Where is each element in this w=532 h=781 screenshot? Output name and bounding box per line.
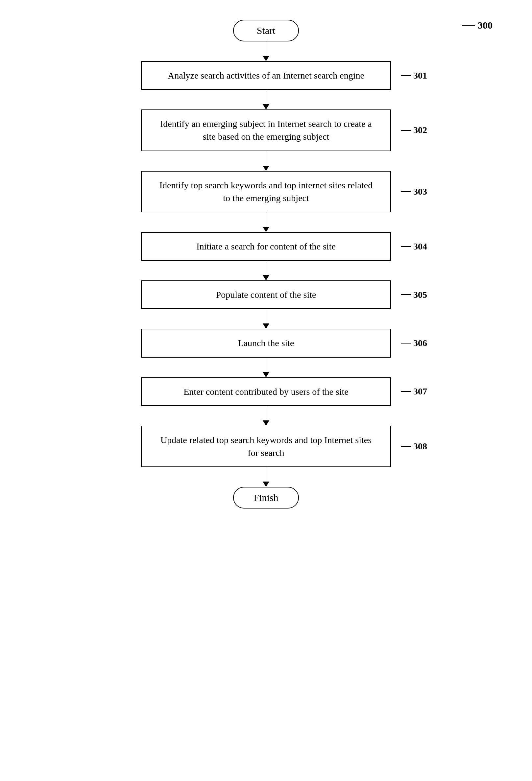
- arrow-line: [266, 261, 267, 275]
- step-row-305: Populate content of the site 305: [141, 280, 391, 309]
- step-row-303: Identify top search keywords and top int…: [141, 171, 391, 212]
- flowchart: Start Analyze search activities of an In…: [141, 20, 391, 508]
- arrow-2: [263, 151, 269, 171]
- arrowhead: [263, 420, 269, 426]
- arrowhead: [263, 227, 269, 232]
- step-box-304: Initiate a search for content of the sit…: [141, 232, 391, 261]
- step-label-306: 306: [401, 338, 427, 348]
- step-text-307: Enter content contributed by users of th…: [183, 386, 349, 397]
- arrow-line: [266, 406, 267, 420]
- start-oval: Start: [233, 20, 299, 41]
- step-box-307: Enter content contributed by users of th…: [141, 377, 391, 406]
- arrow-line: [266, 309, 267, 323]
- step-box-306: Launch the site: [141, 329, 391, 357]
- arrowhead: [263, 166, 269, 171]
- step-row-301: Analyze search activities of an Internet…: [141, 61, 391, 90]
- step-text-303: Identify top search keywords and top int…: [160, 180, 372, 203]
- arrowhead: [263, 372, 269, 377]
- arrow-7: [263, 406, 269, 426]
- arrow-5: [263, 309, 269, 329]
- step-text-304: Initiate a search for content of the sit…: [196, 241, 336, 251]
- step-box-305: Populate content of the site: [141, 280, 391, 309]
- arrowhead: [263, 104, 269, 110]
- step-row-306: Launch the site 306: [141, 329, 391, 357]
- step-label-301: 301: [401, 70, 427, 81]
- arrowhead: [263, 323, 269, 329]
- step-label-304: 304: [401, 241, 427, 252]
- arrow-8: [263, 467, 269, 487]
- step-row-304: Initiate a search for content of the sit…: [141, 232, 391, 261]
- step-label-302: 302: [401, 125, 427, 135]
- finish-oval: Finish: [233, 487, 299, 508]
- step-label-305: 305: [401, 290, 427, 300]
- arrow-line: [266, 358, 267, 372]
- start-row: Start: [141, 20, 391, 41]
- arrow-line: [266, 212, 267, 227]
- diagram-container: 300 Start Analyze search activities of a…: [0, 0, 532, 781]
- step-text-302: Identify an emerging subject in Internet…: [160, 119, 372, 142]
- step-box-308: Update related top search keywords and t…: [141, 426, 391, 467]
- step-label-308: 308: [401, 441, 427, 452]
- arrowhead: [263, 275, 269, 280]
- arrow-line: [266, 90, 267, 104]
- arrow-1: [263, 90, 269, 110]
- arrow-line: [266, 41, 267, 56]
- finish-label: Finish: [253, 492, 278, 503]
- arrowhead: [263, 482, 269, 487]
- step-label-307: 307: [401, 386, 427, 397]
- arrow-6: [263, 358, 269, 377]
- step-text-306: Launch the site: [238, 338, 294, 348]
- arrow-line: [266, 467, 267, 482]
- step-text-305: Populate content of the site: [216, 290, 316, 300]
- step-text-308: Update related top search keywords and t…: [160, 435, 372, 458]
- step-box-303: Identify top search keywords and top int…: [141, 171, 391, 212]
- arrowhead: [263, 56, 269, 61]
- step-box-301: Analyze search activities of an Internet…: [141, 61, 391, 90]
- step-text-301: Analyze search activities of an Internet…: [168, 70, 364, 81]
- step-box-302: Identify an emerging subject in Internet…: [141, 110, 391, 151]
- diagram-label-300: 300: [462, 20, 493, 31]
- arrow-4: [263, 261, 269, 280]
- step-label-303: 303: [401, 187, 427, 197]
- finish-row: Finish: [141, 487, 391, 508]
- start-label: Start: [257, 25, 276, 36]
- step-row-308: Update related top search keywords and t…: [141, 426, 391, 467]
- arrow-line: [266, 151, 267, 166]
- label-300-text: 300: [478, 20, 493, 31]
- step-row-307: Enter content contributed by users of th…: [141, 377, 391, 406]
- arrow-3: [263, 212, 269, 232]
- step-row-302: Identify an emerging subject in Internet…: [141, 110, 391, 151]
- arrow-0: [263, 41, 269, 61]
